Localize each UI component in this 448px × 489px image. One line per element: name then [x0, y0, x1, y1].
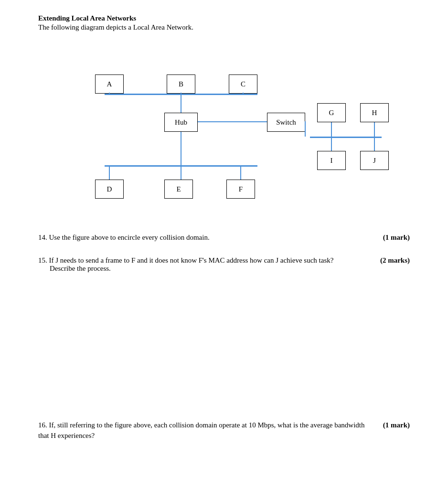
question-14: 14. Use the figure above to encircle eve… — [38, 232, 410, 243]
node-f: F — [226, 180, 255, 199]
q16-text: If, still referring to the figure above,… — [38, 421, 365, 440]
vline-c-bus — [243, 93, 244, 94]
vline-switch-right — [305, 121, 306, 137]
vline-hub-top — [181, 94, 181, 113]
vline-a-bus — [109, 93, 110, 94]
q14-number: 14. — [38, 234, 47, 241]
node-h: H — [360, 103, 389, 122]
q14-marks: (1 mark) — [383, 232, 410, 243]
page-title: Extending Local Area Networks — [38, 14, 410, 22]
q16-marks: (1 mark) — [383, 420, 410, 431]
vline-hub-bottom — [181, 132, 181, 165]
vline-e-bus — [181, 165, 181, 180]
answer-space-15 — [38, 286, 410, 420]
questions-section: 14. Use the figure above to encircle eve… — [38, 232, 410, 441]
q15-text: If J needs to send a frame to F and it d… — [49, 256, 334, 264]
vline-i-bus — [331, 137, 332, 151]
node-c: C — [229, 74, 257, 94]
node-hub: Hub — [164, 113, 198, 132]
vline-j-bus — [374, 137, 375, 151]
page-subtitle: The following diagram depicts a Local Ar… — [38, 23, 410, 32]
vline-f-bus — [240, 165, 241, 180]
hub-switch-line — [198, 121, 267, 122]
node-j: J — [360, 151, 389, 170]
vline-g-bus — [331, 122, 332, 137]
node-e: E — [164, 180, 193, 199]
node-switch: Switch — [267, 113, 305, 132]
q14-text: Use the figure above to encircle every c… — [49, 234, 210, 241]
q16-number: 16. — [38, 421, 47, 429]
node-b: B — [167, 74, 195, 94]
node-g: G — [317, 103, 346, 122]
q15-line2: Describe the process. — [50, 265, 371, 273]
vline-d-bus — [109, 165, 110, 180]
question-16: 16. If, still referring to the figure ab… — [38, 420, 410, 441]
vline-h-bus — [374, 122, 375, 137]
q15-line1: 15. If J needs to send a frame to F and … — [38, 256, 371, 265]
question-15: 15. If J needs to send a frame to F and … — [38, 256, 410, 273]
node-i: I — [317, 151, 346, 170]
node-d: D — [95, 180, 124, 199]
right-bus-line — [310, 137, 382, 138]
q15-marks: (2 marks) — [380, 256, 410, 265]
node-a: A — [95, 74, 124, 94]
network-diagram: A B C Hub D E F Switch G H I J — [57, 41, 391, 218]
q15-number: 15. — [38, 256, 47, 264]
